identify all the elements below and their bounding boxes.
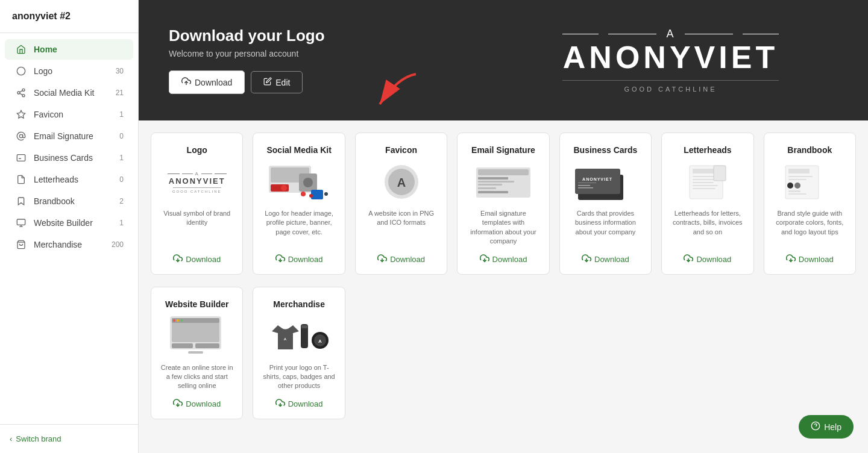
share-icon	[14, 88, 28, 98]
logo-display: A ANONYVIET GOOD CATCHLINE	[562, 28, 778, 92]
card-letterheads-download-label: Download	[696, 255, 731, 264]
card-business-title: Business Cards	[574, 145, 638, 155]
sidebar-item-email[interactable]: Email Signature 0	[5, 126, 133, 146]
svg-point-0	[17, 67, 25, 75]
svg-rect-8	[17, 155, 25, 161]
hero-banner: Download your Logo Welcome to your perso…	[139, 0, 868, 120]
hero-subtitle: Welcome to your personal account	[169, 49, 503, 58]
sidebar-item-business-cards[interactable]: Business Cards 1	[5, 148, 133, 168]
download-icon	[173, 254, 183, 266]
sidebar-item-letterheads[interactable]: Letterheads 0	[5, 169, 133, 190]
sidebar-item-home[interactable]: Home	[5, 39, 133, 60]
svg-rect-55	[693, 188, 715, 189]
sidebar-label-home: Home	[34, 45, 57, 54]
sidebar-label-merchandise: Merchandise	[34, 240, 82, 249]
sidebar-badge-business-cards: 1	[119, 154, 124, 162]
card-email-download[interactable]: Download	[480, 254, 527, 266]
card-favicon-download[interactable]: Download	[377, 254, 425, 266]
home-icon	[14, 45, 28, 54]
logo-name: ANONYVIET	[562, 40, 778, 75]
switch-brand-button[interactable]: ‹ Switch brand	[10, 434, 128, 443]
download-icon-4	[480, 254, 489, 266]
svg-rect-56	[714, 166, 726, 181]
card-logo-image: A ANONYVIET GOOD CATCHLINE	[160, 161, 234, 203]
sidebar-item-brandbook[interactable]: Brandbook 2	[5, 191, 133, 211]
hero-edit-label: Edit	[275, 78, 290, 87]
sidebar-item-social[interactable]: Social Media Kit 21	[5, 83, 133, 103]
sidebar-item-favicon[interactable]: Favicon 1	[5, 104, 133, 125]
hero-content: Download your Logo Welcome to your perso…	[169, 27, 503, 94]
download-icon-2	[275, 254, 285, 266]
svg-rect-73	[172, 343, 193, 348]
svg-rect-43	[575, 169, 620, 194]
download-icon-5	[582, 254, 591, 266]
hero-download-label: Download	[195, 78, 232, 87]
logo-divider	[562, 80, 778, 81]
sidebar-badge-favicon: 1	[119, 110, 124, 119]
svg-rect-46	[578, 185, 590, 186]
svg-point-7	[19, 134, 22, 137]
svg-rect-47	[578, 187, 593, 189]
help-button[interactable]: Help	[799, 415, 854, 439]
card-favicon: Favicon A A website icon in PNG and ICO …	[355, 133, 447, 275]
card-merchandise-title: Merchandise	[273, 299, 325, 309]
sidebar-badge-website-builder: 1	[119, 219, 124, 227]
sidebar-footer: ‹ Switch brand	[0, 424, 138, 453]
card-email-desc: Email signature templates with informati…	[466, 209, 540, 246]
card-logo-download-label: Download	[186, 255, 221, 264]
hero-title: Download your Logo	[169, 27, 503, 45]
card-favicon-desc: A website icon in PNG and ICO formats	[364, 209, 438, 246]
card-letterheads-download[interactable]: Download	[684, 254, 731, 266]
svg-point-23	[303, 178, 313, 187]
download-icon-9	[275, 398, 285, 410]
hero-download-button[interactable]: Download	[169, 70, 245, 94]
download-icon-7	[786, 254, 796, 266]
svg-rect-60	[788, 176, 813, 177]
sidebar-label-social: Social Media Kit	[34, 88, 94, 98]
person-icon	[14, 153, 28, 163]
card-letterheads-image	[670, 161, 744, 203]
cards-grid-row2: Website Builder Create an online store i…	[139, 287, 868, 431]
svg-rect-79	[301, 325, 307, 328]
help-icon	[811, 421, 820, 433]
card-brandbook-download-label: Download	[799, 255, 834, 264]
sidebar-badge-merchandise: 200	[112, 240, 124, 249]
card-social-download[interactable]: Download	[275, 254, 323, 266]
svg-rect-59	[788, 169, 810, 173]
card-social-title: Social Media Kit	[266, 145, 331, 155]
card-letterheads: Letterheads Letterheads for letters, con…	[661, 133, 753, 275]
at-icon	[14, 131, 28, 141]
svg-point-26	[309, 194, 313, 198]
card-business-download[interactable]: Download	[582, 254, 629, 266]
sidebar-item-website-builder[interactable]: Website Builder 1	[5, 213, 133, 233]
sidebar-badge-letterheads: 0	[119, 175, 124, 184]
cards-grid-row1: Logo A ANONYVIET GOOD CATCHLINE Visual s…	[139, 120, 868, 287]
sidebar-item-logo[interactable]: Logo 30	[5, 61, 133, 81]
download-icon-8	[173, 398, 183, 410]
hero-edit-button[interactable]: Edit	[251, 71, 303, 93]
card-merchandise-download[interactable]: Download	[275, 398, 323, 410]
logo-icon	[14, 66, 28, 76]
svg-rect-61	[788, 179, 807, 180]
sidebar-badge-social: 21	[116, 89, 124, 97]
card-website-builder: Website Builder Create an online store i…	[151, 287, 243, 419]
svg-rect-50	[693, 169, 717, 173]
svg-marker-6	[17, 110, 25, 118]
card-logo-download[interactable]: Download	[173, 254, 221, 266]
download-icon-6	[684, 254, 693, 266]
card-brandbook-download[interactable]: Download	[786, 254, 834, 266]
bookmark-icon	[14, 196, 28, 206]
card-social: Social Media Kit Logo for header image, …	[253, 133, 345, 275]
card-website-download[interactable]: Download	[173, 398, 221, 410]
svg-point-71	[177, 319, 179, 322]
sidebar-label-business-cards: Business Cards	[34, 153, 93, 163]
svg-rect-52	[693, 179, 717, 180]
sidebar-item-merchandise[interactable]: Merchandise 200	[5, 234, 133, 255]
card-business-cards: Business Cards ANONYVIET Cards that prov…	[559, 133, 652, 275]
svg-rect-40	[478, 191, 508, 193]
sidebar-label-letterheads: Letterheads	[34, 175, 78, 184]
download-icon-3	[377, 254, 387, 266]
card-brandbook-desc: Brand style guide with corporate colors,…	[773, 209, 847, 246]
sidebar: anonyviet #2 Home Logo 30 Social Media K…	[0, 0, 139, 453]
svg-rect-65	[788, 193, 807, 195]
